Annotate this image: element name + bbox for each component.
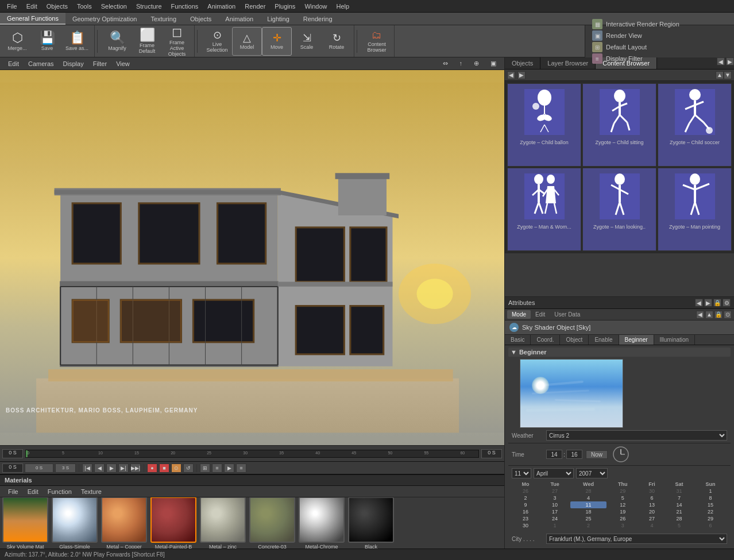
record-stop-button[interactable]: ■ (159, 464, 169, 473)
year-select[interactable]: 2007 (576, 468, 608, 478)
save-button[interactable]: 💾 Save (32, 27, 62, 56)
cal-day-0-6[interactable]: 1 (694, 488, 727, 495)
3d-viewport[interactable]: BOSS ARCHITEKTUR, MARIO BOSS, LAUPHEIM, … (0, 70, 504, 445)
material-glass[interactable]: Glass-Simple (52, 497, 98, 549)
cal-day-4-5[interactable]: 28 (665, 515, 694, 522)
material-painted[interactable]: Metal-Painted-B (150, 497, 196, 549)
cal-day-5-3[interactable]: 3 (606, 522, 639, 529)
menu-window[interactable]: Window (300, 2, 331, 11)
attr-tab-beginner[interactable]: Beginner (619, 335, 654, 345)
frame-default-button[interactable]: ⬜ Frame Default (132, 27, 162, 56)
menu-selection[interactable]: Selection (96, 2, 132, 11)
weather-select[interactable]: Cirrus 2 (546, 430, 727, 441)
tab-layer-browser[interactable]: Layer Browser (540, 57, 596, 69)
mat-file[interactable]: File (3, 487, 23, 496)
pb-settings1[interactable]: ⊞ (200, 464, 210, 473)
menu-help[interactable]: Help (332, 2, 354, 11)
cal-day-1-2[interactable]: 4 (570, 495, 606, 501)
cal-day-0-3[interactable]: 29 (606, 488, 639, 495)
cal-day-3-2[interactable]: 18 (570, 508, 606, 515)
attr-tab-illumination[interactable]: Illumination (654, 335, 696, 345)
attr-tab-mode[interactable]: Mode (507, 310, 531, 319)
cb-up-arrow[interactable]: ▲ (716, 71, 724, 79)
cal-day-3-6[interactable]: 22 (694, 508, 727, 515)
play-button[interactable]: ▶ (106, 464, 117, 473)
next-frame-button[interactable]: ▶| (118, 464, 129, 473)
cal-day-2-2[interactable]: 11 (570, 501, 606, 508)
cal-day-1-5[interactable]: 7 (665, 495, 694, 501)
viewport-nav-icon[interactable]: ↑ (455, 59, 468, 68)
cal-day-3-4[interactable]: 20 (639, 508, 665, 515)
vp-menu-display[interactable]: Display (59, 59, 88, 68)
merge-button[interactable]: ⬡ Merge... (2, 27, 32, 56)
menu-structure[interactable]: Structure (132, 2, 167, 11)
cal-day-3-1[interactable]: 17 (539, 508, 570, 515)
pb-settings4[interactable]: ≡ (236, 464, 246, 473)
attr-tab-object[interactable]: Object (560, 335, 589, 345)
cal-day-1-4[interactable]: 6 (639, 495, 665, 501)
menu-functions[interactable]: Functions (167, 2, 203, 11)
cal-day-3-3[interactable]: 19 (606, 508, 639, 515)
material-copper[interactable]: Metal – Copper (101, 497, 147, 549)
cal-day-1-3[interactable]: 5 (606, 495, 639, 501)
timeline-start-input[interactable]: 0 S (2, 449, 23, 458)
playback-position[interactable]: 0 S (2, 464, 23, 473)
tab-objects[interactable]: Objects (505, 57, 540, 69)
cal-day-5-1[interactable]: 1 (539, 522, 570, 529)
cal-day-0-0[interactable]: 26 (512, 488, 539, 495)
cal-day-1-6[interactable]: 8 (694, 495, 727, 501)
go-end-button[interactable]: ▶▶| (130, 464, 141, 473)
menu-objects[interactable]: Objects (42, 2, 72, 11)
tab-general-functions[interactable]: General Functions (0, 13, 65, 25)
cal-day-4-3[interactable]: 26 (606, 515, 639, 522)
attr-settings-icon[interactable]: ⚙ (723, 299, 731, 307)
cb-forward-arrow[interactable]: ▶ (517, 71, 526, 79)
tab-rendering[interactable]: Rendering (296, 13, 339, 25)
time-hour-input[interactable] (546, 450, 562, 459)
cb-item-child-sitting[interactable]: Zygote – Child sitting (582, 83, 656, 167)
beginner-arrow[interactable]: ▼ (511, 349, 517, 356)
menu-edit[interactable]: Edit (22, 2, 42, 11)
menu-animation[interactable]: Animation (203, 2, 240, 11)
tab-lighting[interactable]: Lighting (260, 13, 296, 25)
tab-geometry-optimization[interactable]: Geometry Optimization (65, 13, 144, 25)
vp-menu-edit[interactable]: Edit (3, 59, 24, 68)
tab-animation[interactable]: Animation (218, 13, 260, 25)
cb-item-man-pointing[interactable]: Zygote – Man pointing (658, 168, 732, 251)
cal-day-2-5[interactable]: 14 (665, 501, 694, 508)
attr-tab-enable[interactable]: Enable (589, 335, 619, 345)
mat-texture[interactable]: Texture (76, 487, 106, 496)
timeline-ruler[interactable]: 0 5 10 15 20 25 30 35 40 45 50 55 60 (25, 450, 479, 458)
cb-item-man-woman[interactable]: Zygote – Man & Wom... (507, 168, 581, 251)
rotate-button[interactable]: ↻ Rotate (322, 27, 351, 56)
attr-tab-coord[interactable]: Coord. (531, 335, 560, 345)
material-concrete[interactable]: Concrete-03 (249, 497, 295, 549)
move-button[interactable]: ✛ Move (262, 27, 292, 56)
material-chrome[interactable]: Metal-Chrome (299, 497, 345, 549)
attr-mode-up[interactable]: ▲ (705, 311, 713, 319)
attr-left-arrow[interactable]: ◀ (695, 299, 703, 307)
cal-day-5-4[interactable]: 4 (639, 522, 665, 529)
magnify-button[interactable]: 🔍 Magnify (102, 27, 132, 56)
cal-day-2-0[interactable]: 9 (512, 501, 539, 508)
tab-texturing[interactable]: Texturing (144, 13, 183, 25)
month-select[interactable]: April (534, 468, 574, 478)
attr-right-arrow[interactable]: ▶ (704, 299, 712, 307)
material-zinc[interactable]: Metal – zinc (200, 497, 246, 549)
vp-menu-cameras[interactable]: Cameras (24, 59, 59, 68)
model-button[interactable]: △ Model (232, 27, 262, 56)
attr-mode-left[interactable]: ◀ (696, 311, 704, 319)
cal-day-5-0[interactable]: 30 (512, 522, 539, 529)
cal-day-3-0[interactable]: 16 (512, 508, 539, 515)
cal-day-4-1[interactable]: 24 (539, 515, 570, 522)
cb-item-man-looking[interactable]: Zygote – Man looking.. (582, 168, 656, 251)
display-filter[interactable]: ≡ Display Filter (590, 53, 729, 64)
cal-day-3-5[interactable]: 21 (665, 508, 694, 515)
cal-day-4-2[interactable]: 25 (570, 515, 606, 522)
cal-day-4-6[interactable]: 29 (694, 515, 727, 522)
content-browser-button[interactable]: 🗂 Content Browser (362, 27, 392, 56)
default-layout[interactable]: ⊞ Default Layout (590, 41, 729, 53)
menu-tools[interactable]: Tools (72, 2, 96, 11)
attr-mode-lock[interactable]: 🔒 (714, 311, 723, 319)
vp-menu-view[interactable]: View (111, 59, 134, 68)
